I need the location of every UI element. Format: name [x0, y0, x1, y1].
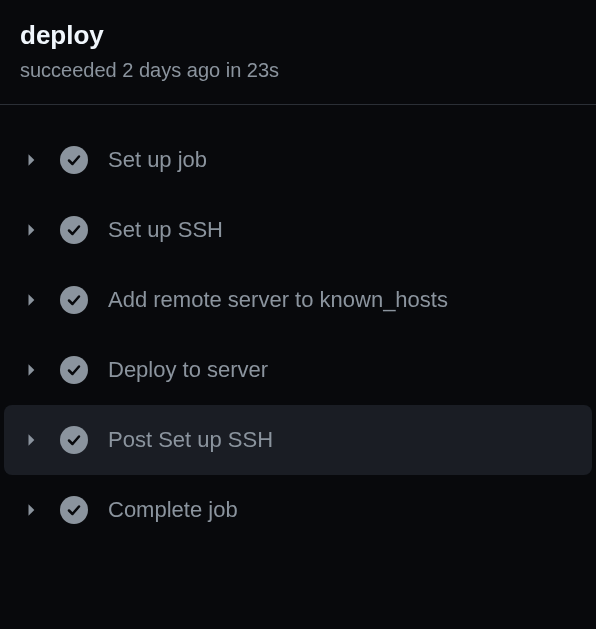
- job-title: deploy: [20, 20, 576, 51]
- job-header: deploy succeeded 2 days ago in 23s: [0, 0, 596, 105]
- step-label: Deploy to server: [108, 357, 268, 383]
- step-label: Set up job: [108, 147, 207, 173]
- check-icon: [60, 356, 88, 384]
- step-row[interactable]: Complete job: [0, 475, 596, 545]
- job-status: succeeded 2 days ago in 23s: [20, 59, 576, 82]
- chevron-right-icon: [24, 362, 40, 378]
- step-row[interactable]: Add remote server to known_hosts: [0, 265, 596, 335]
- step-row[interactable]: Post Set up SSH: [4, 405, 592, 475]
- check-icon: [60, 426, 88, 454]
- chevron-right-icon: [24, 432, 40, 448]
- step-row[interactable]: Set up SSH: [0, 195, 596, 265]
- chevron-right-icon: [24, 222, 40, 238]
- check-icon: [60, 216, 88, 244]
- chevron-right-icon: [24, 502, 40, 518]
- step-row[interactable]: Deploy to server: [0, 335, 596, 405]
- check-icon: [60, 286, 88, 314]
- step-row[interactable]: Set up job: [0, 125, 596, 195]
- step-label: Set up SSH: [108, 217, 223, 243]
- check-icon: [60, 496, 88, 524]
- check-icon: [60, 146, 88, 174]
- chevron-right-icon: [24, 292, 40, 308]
- chevron-right-icon: [24, 152, 40, 168]
- step-label: Complete job: [108, 497, 238, 523]
- step-label: Add remote server to known_hosts: [108, 287, 448, 313]
- steps-list: Set up jobSet up SSHAdd remote server to…: [0, 105, 596, 545]
- step-label: Post Set up SSH: [108, 427, 273, 453]
